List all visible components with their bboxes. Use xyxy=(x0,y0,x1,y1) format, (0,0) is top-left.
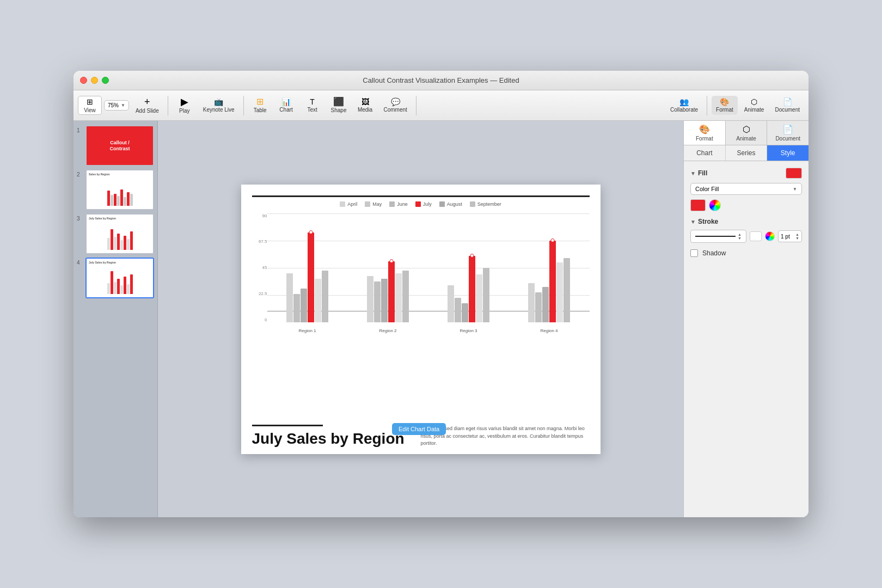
document-button[interactable]: 📄 Document xyxy=(770,96,804,115)
legend-july: July xyxy=(415,201,432,207)
slide-2-preview: Sales by Region xyxy=(85,169,154,210)
stroke-color-box[interactable] xyxy=(750,231,762,241)
bar-r2-may xyxy=(374,281,381,322)
fill-section-title: Fill xyxy=(698,169,707,177)
slide-4-preview: July Sales by Region xyxy=(85,258,154,298)
bar-r2-apr xyxy=(367,276,373,322)
bar-r2-sep xyxy=(402,271,409,322)
comment-button[interactable]: 💬 Comment xyxy=(379,96,412,115)
window-title: Callout Contrast Visualization Examples … xyxy=(363,76,519,84)
view-button[interactable]: ⊞ View xyxy=(78,96,102,115)
legend-dot-june xyxy=(389,201,395,207)
collaborate-button[interactable]: 👥 Collaborate xyxy=(666,96,702,115)
bar-r1-apr xyxy=(286,273,293,322)
minimize-button[interactable] xyxy=(91,77,98,84)
separator-1 xyxy=(168,96,168,115)
legend-may: May xyxy=(365,201,382,207)
stroke-type-stepper[interactable]: ▲ ▼ xyxy=(738,232,742,240)
right-panel-content: ▼ Fill Color Fill ▼ xyxy=(684,161,808,264)
slide-bottom-line xyxy=(252,425,323,426)
bar-r4-may xyxy=(535,292,542,322)
sub-tab-style[interactable]: Style xyxy=(767,145,808,161)
region-2-bars xyxy=(367,261,409,322)
animate-button[interactable]: ⬡ Animate xyxy=(740,96,769,115)
dot-r1 xyxy=(309,230,313,234)
dot-r3 xyxy=(470,254,474,258)
add-slide-button[interactable]: + Add Slide xyxy=(131,95,163,116)
legend-april: April xyxy=(340,201,357,207)
chart-top-line xyxy=(252,195,590,197)
bar-r2-jul xyxy=(388,261,395,322)
chart-button[interactable]: 📊 Chart xyxy=(274,96,298,115)
shadow-checkbox[interactable] xyxy=(690,249,698,257)
bar-r4-jul xyxy=(549,241,556,322)
legend-august: August xyxy=(439,201,462,207)
bar-r4-apr xyxy=(528,283,535,322)
stroke-color-wheel[interactable] xyxy=(765,231,775,241)
slide-canvas[interactable]: April May June July xyxy=(241,185,601,454)
shadow-label: Shadow xyxy=(702,249,726,257)
format-button[interactable]: 🎨 Format xyxy=(712,96,738,115)
slide-3-preview: July Sales by Region xyxy=(85,213,154,254)
chart-body: 90 67.5 45 22.5 0 xyxy=(252,213,590,333)
text-button[interactable]: T Text xyxy=(301,96,324,115)
right-panel-sub-tabs: Chart Series Style xyxy=(684,145,808,161)
region-1-bars xyxy=(286,232,328,322)
right-panel-tabs: 🎨 Format ⬡ Animate 📄 Document xyxy=(684,121,808,145)
edit-chart-data-button[interactable]: Edit Chart Data xyxy=(392,423,446,435)
fill-color-swatch[interactable] xyxy=(786,168,802,179)
bar-r1-aug xyxy=(315,279,321,322)
fill-collapse-arrow[interactable]: ▼ xyxy=(690,170,696,176)
canvas-area: April May June July xyxy=(158,121,683,517)
close-button[interactable] xyxy=(80,77,87,84)
slide-title: July Sales by Region xyxy=(252,431,415,448)
stroke-collapse-arrow[interactable]: ▼ xyxy=(690,219,696,225)
window-controls xyxy=(80,77,109,84)
fill-type-dropdown[interactable]: Color Fill ▼ xyxy=(690,183,802,195)
bar-r2-jun xyxy=(381,279,388,322)
bar-r3-apr xyxy=(448,285,454,322)
fill-dropdown-arrow: ▼ xyxy=(793,187,797,192)
region-label-1: Region 1 xyxy=(289,328,327,333)
tab-document[interactable]: 📄 Document xyxy=(767,121,808,145)
stroke-width-input[interactable]: 1 pt ▲ ▼ xyxy=(778,230,802,242)
bar-r3-sep xyxy=(483,268,489,322)
shape-button[interactable]: ⬛ Shape xyxy=(327,95,351,115)
slide-thumb-4[interactable]: 4 July Sales by Region xyxy=(77,258,154,298)
dot-r2 xyxy=(390,259,394,263)
right-panel: 🎨 Format ⬡ Animate 📄 Document Chart Seri… xyxy=(683,121,808,517)
bar-r1-jun xyxy=(301,289,307,322)
separator-2 xyxy=(243,96,244,115)
slide-thumb-2[interactable]: 2 Sales by Region xyxy=(77,169,154,210)
color-wheel-icon[interactable] xyxy=(709,199,721,211)
table-button[interactable]: ⊞ Table xyxy=(248,95,272,115)
slide-thumb-1[interactable]: 1 Callout /Contrast xyxy=(77,125,154,166)
stroke-line-preview: ▲ ▼ xyxy=(690,230,746,243)
bar-r1-may xyxy=(293,294,300,322)
chart-area: April May June July xyxy=(252,195,590,359)
tab-animate[interactable]: ⬡ Animate xyxy=(726,121,768,145)
separator-4 xyxy=(707,96,707,115)
media-button[interactable]: 🖼 Media xyxy=(353,96,377,115)
legend-dot-april xyxy=(340,201,345,207)
maximize-button[interactable] xyxy=(102,77,109,84)
tab-format[interactable]: 🎨 Format xyxy=(684,121,726,145)
bar-r3-jul xyxy=(469,256,475,322)
titlebar: Callout Contrast Visualization Examples … xyxy=(74,71,808,90)
chart-legend: April May June July xyxy=(252,201,590,207)
sub-tab-chart[interactable]: Chart xyxy=(684,145,726,161)
region-label-3: Region 3 xyxy=(450,328,488,333)
bar-r3-may xyxy=(455,298,461,322)
zoom-button[interactable]: 75% ▼ xyxy=(104,100,129,111)
zoom-value: 75% xyxy=(108,102,119,108)
play-button[interactable]: ▶ Play xyxy=(173,95,197,116)
keynote-live-button[interactable]: 📺 Keynote Live xyxy=(199,96,239,115)
y-axis: 90 67.5 45 22.5 0 xyxy=(252,213,267,333)
sub-tab-series[interactable]: Series xyxy=(726,145,768,161)
bar-r3-jun xyxy=(462,303,468,322)
slide-thumb-3[interactable]: 3 July Sales by Region xyxy=(77,213,154,254)
fill-color-box[interactable] xyxy=(690,199,706,211)
stroke-line xyxy=(695,236,736,237)
bar-r1-jul xyxy=(308,232,314,322)
slide-1-preview: Callout /Contrast xyxy=(85,125,154,166)
